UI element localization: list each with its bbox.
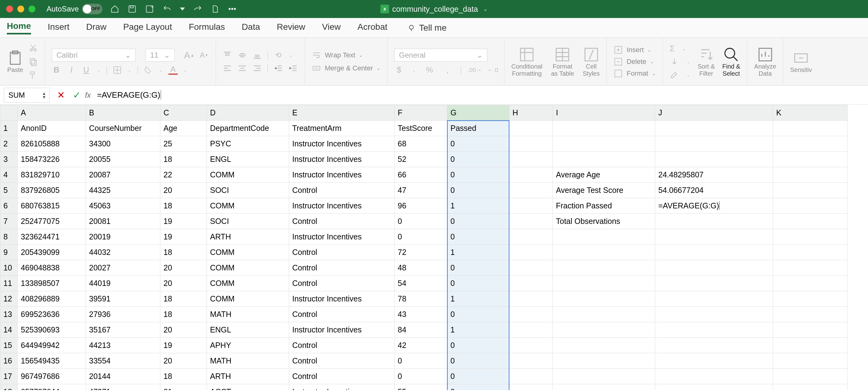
fill-dropdown-icon[interactable]: ⌄: [158, 65, 163, 75]
fill-color-icon[interactable]: [144, 65, 153, 75]
cell-I3[interactable]: [553, 152, 655, 167]
cell-K4[interactable]: [773, 167, 847, 183]
cell-I5[interactable]: Average Test Score: [553, 183, 655, 198]
cell-H18[interactable]: [509, 384, 553, 390]
row-header-2[interactable]: 2: [0, 136, 18, 152]
cell-A1[interactable]: AnonID: [18, 121, 86, 136]
cell-J13[interactable]: [655, 307, 773, 322]
cell-H6[interactable]: [509, 198, 553, 214]
align-left-icon[interactable]: [223, 64, 232, 73]
clear-icon[interactable]: [670, 70, 679, 79]
cell-A3[interactable]: 158473226: [18, 152, 86, 167]
cell-D16[interactable]: MATH: [207, 353, 289, 369]
cut-icon[interactable]: [29, 43, 38, 53]
document-title[interactable]: x community_college_data ⌄: [380, 5, 488, 14]
row-header-12[interactable]: 12: [0, 291, 18, 307]
cell-H2[interactable]: [509, 136, 553, 152]
column-header-H[interactable]: H: [509, 105, 553, 121]
cell-E17[interactable]: Control: [289, 369, 395, 384]
cell-J3[interactable]: [655, 152, 773, 167]
cell-J15[interactable]: [655, 338, 773, 353]
cell-K3[interactable]: [773, 152, 847, 167]
cell-H1[interactable]: [509, 121, 553, 136]
cell-E11[interactable]: Control: [289, 276, 395, 291]
cell-H9[interactable]: [509, 245, 553, 260]
select-all-corner[interactable]: [0, 105, 18, 121]
cell-F9[interactable]: 72: [395, 245, 447, 260]
cell-E8[interactable]: Instructor Incentives: [289, 229, 395, 245]
tab-formulas[interactable]: Formulas: [189, 22, 225, 34]
cell-G18[interactable]: 0: [447, 384, 509, 390]
cell-I1[interactable]: [553, 121, 655, 136]
cell-B7[interactable]: 20081: [86, 214, 160, 229]
cell-A14[interactable]: 525390693: [18, 322, 86, 338]
cell-F1[interactable]: TestScore: [395, 121, 447, 136]
cell-D14[interactable]: ENGL: [207, 322, 289, 338]
cell-F5[interactable]: 47: [395, 183, 447, 198]
cell-I8[interactable]: [553, 229, 655, 245]
cell-I16[interactable]: [553, 353, 655, 369]
cell-H15[interactable]: [509, 338, 553, 353]
cell-A6[interactable]: 680763815: [18, 198, 86, 214]
cell-J4[interactable]: 24.48295807: [655, 167, 773, 183]
cell-G4[interactable]: 0: [447, 167, 509, 183]
cell-J12[interactable]: [655, 291, 773, 307]
row-header-4[interactable]: 4: [0, 167, 18, 183]
cell-K16[interactable]: [773, 353, 847, 369]
cell-A17[interactable]: 967497686: [18, 369, 86, 384]
cell-F10[interactable]: 48: [395, 260, 447, 276]
cell-K8[interactable]: [773, 229, 847, 245]
merge-dropdown-icon[interactable]: ⌄: [377, 66, 380, 71]
cell-C1[interactable]: Age: [160, 121, 207, 136]
cell-K7[interactable]: [773, 214, 847, 229]
tell-me[interactable]: Tell me: [407, 23, 447, 33]
cell-H10[interactable]: [509, 260, 553, 276]
cell-E3[interactable]: Instructor Incentives: [289, 152, 395, 167]
cell-A5[interactable]: 837926805: [18, 183, 86, 198]
tab-page-layout[interactable]: Page Layout: [123, 22, 172, 34]
cell-J18[interactable]: [655, 384, 773, 390]
cell-J16[interactable]: [655, 353, 773, 369]
cell-J2[interactable]: [655, 136, 773, 152]
cell-J6[interactable]: =AVERAGE(G:G): [655, 198, 773, 214]
cell-C6[interactable]: 18: [160, 198, 207, 214]
increase-decimal-icon[interactable]: .00→: [470, 65, 479, 75]
cell-styles-button[interactable]: CellStyles: [583, 46, 600, 77]
cell-D17[interactable]: ARTH: [207, 369, 289, 384]
cell-G1[interactable]: Passed: [447, 121, 509, 136]
cell-E14[interactable]: Instructor Incentives: [289, 322, 395, 338]
cell-D2[interactable]: PSYC: [207, 136, 289, 152]
cell-C17[interactable]: 18: [160, 369, 207, 384]
undo-icon[interactable]: [162, 5, 171, 13]
home-icon[interactable]: [111, 5, 119, 13]
cell-D1[interactable]: DepartmentCode: [207, 121, 289, 136]
cell-B17[interactable]: 20144: [86, 369, 160, 384]
cell-C12[interactable]: 18: [160, 291, 207, 307]
wrap-dropdown-icon[interactable]: ⌄: [359, 53, 363, 58]
row-header-18[interactable]: 18: [0, 384, 18, 390]
autosum-dropdown-icon[interactable]: ⌄: [682, 46, 686, 51]
cell-D6[interactable]: COMM: [207, 198, 289, 214]
cell-J5[interactable]: 54.06677204: [655, 183, 773, 198]
cell-A8[interactable]: 323624471: [18, 229, 86, 245]
cell-F11[interactable]: 54: [395, 276, 447, 291]
cell-C10[interactable]: 20: [160, 260, 207, 276]
cell-B11[interactable]: 44019: [86, 276, 160, 291]
align-top-icon[interactable]: [223, 51, 232, 60]
cell-H14[interactable]: [509, 322, 553, 338]
delete-cells-button[interactable]: Delete: [627, 58, 647, 66]
cell-E15[interactable]: Control: [289, 338, 395, 353]
cell-D12[interactable]: COMM: [207, 291, 289, 307]
cell-B3[interactable]: 20055: [86, 152, 160, 167]
format-painter-icon[interactable]: [29, 71, 38, 80]
cell-B2[interactable]: 34300: [86, 136, 160, 152]
cell-C5[interactable]: 20: [160, 183, 207, 198]
tab-acrobat[interactable]: Acrobat: [358, 22, 388, 34]
cell-E4[interactable]: Instructor Incentives: [289, 167, 395, 183]
column-header-C[interactable]: C: [160, 105, 207, 121]
bold-icon[interactable]: B: [52, 65, 61, 75]
font-color-icon[interactable]: A: [168, 65, 178, 75]
cell-H4[interactable]: [509, 167, 553, 183]
cell-J10[interactable]: [655, 260, 773, 276]
save-as-icon[interactable]: [145, 5, 154, 13]
